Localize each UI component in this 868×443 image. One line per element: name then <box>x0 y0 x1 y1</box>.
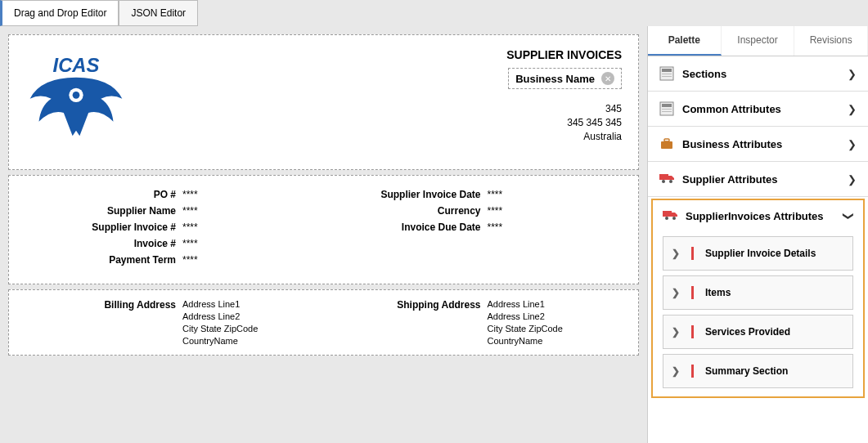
supplier-invoices-highlight: SupplierInvoices Attributes ❯ ❯ Supplier… <box>651 199 865 398</box>
svg-rect-4 <box>662 69 672 72</box>
chevron-right-icon: ❯ <box>672 326 680 338</box>
group-common-attributes[interactable]: Common Attributes ❯ <box>648 92 868 127</box>
tab-palette[interactable]: Palette <box>648 26 722 56</box>
truck-icon <box>659 172 674 186</box>
editor-canvas: ICAS SUPPLIER INVOICES Business Name ✕ 3… <box>0 26 647 443</box>
svg-point-14 <box>662 180 665 183</box>
chevron-right-icon: ❯ <box>672 248 680 259</box>
chevron-right-icon: ❯ <box>672 287 680 298</box>
details-section[interactable]: PO #**** Supplier Name**** Supplier Invo… <box>8 175 639 284</box>
close-icon[interactable]: ✕ <box>601 72 614 85</box>
document-title: SUPPLIER INVOICES <box>199 48 622 61</box>
field-payment-term: Payment Term**** <box>19 254 324 266</box>
field-supplier-name: Supplier Name**** <box>19 205 324 217</box>
svg-rect-12 <box>664 139 669 141</box>
billing-address-label: Billing Address <box>19 298 182 347</box>
marker-icon <box>691 365 694 378</box>
logo: ICAS <box>19 45 133 159</box>
group-supplier-attributes[interactable]: Supplier Attributes ❯ <box>648 162 868 197</box>
business-name-field[interactable]: Business Name ✕ <box>508 68 622 89</box>
tab-inspector[interactable]: Inspector <box>722 26 795 56</box>
field-invoice-num: Invoice #**** <box>19 238 324 249</box>
tab-json[interactable]: JSON Editor <box>119 0 198 26</box>
svg-text:ICAS: ICAS <box>53 54 100 76</box>
sub-items[interactable]: ❯ Items <box>663 275 853 310</box>
svg-rect-6 <box>662 76 672 77</box>
sub-summary-section[interactable]: ❯ Summary Section <box>663 354 853 388</box>
marker-icon <box>691 286 694 299</box>
svg-point-2 <box>73 92 80 99</box>
sub-services-provided[interactable]: ❯ Services Provided <box>663 315 853 349</box>
chevron-right-icon: ❯ <box>848 103 857 115</box>
svg-rect-16 <box>663 211 672 217</box>
group-sections[interactable]: Sections ❯ <box>648 56 868 92</box>
svg-rect-13 <box>659 174 668 180</box>
svg-rect-10 <box>662 111 672 112</box>
header-section[interactable]: ICAS SUPPLIER INVOICES Business Name ✕ 3… <box>8 34 639 170</box>
editor-tabs: Drag and Drop Editor JSON Editor <box>0 0 868 26</box>
svg-point-18 <box>672 217 676 220</box>
field-due-date: Invoice Due Date**** <box>324 222 629 233</box>
field-po: PO #**** <box>19 189 324 200</box>
field-sup-inv-date: Supplier Invoice Date**** <box>324 189 629 200</box>
chevron-down-icon: ❯ <box>843 212 855 221</box>
marker-icon <box>691 325 694 338</box>
chevron-right-icon: ❯ <box>848 68 857 80</box>
address-section[interactable]: Billing Address Address Line1 Address Li… <box>8 289 639 356</box>
truck-icon <box>663 208 677 223</box>
shipping-address-lines: Address Line1 Address Line2 City State Z… <box>488 298 563 347</box>
sub-supplier-invoice-details[interactable]: ❯ Supplier Invoice Details <box>663 236 853 271</box>
business-name-label: Business Name <box>515 73 595 85</box>
address-line: 345 <box>199 102 622 116</box>
svg-rect-9 <box>662 109 672 110</box>
group-business-attributes[interactable]: Business Attributes ❯ <box>648 127 868 162</box>
group-supplier-invoices[interactable]: SupplierInvoices Attributes ❯ <box>653 200 863 231</box>
right-panel: Palette Inspector Revisions Sections ❯ C… <box>647 26 868 443</box>
svg-point-17 <box>665 217 668 220</box>
sections-icon <box>659 66 674 81</box>
svg-point-15 <box>669 180 672 183</box>
sections-icon <box>659 101 674 116</box>
field-supplier-invoice-num: Supplier Invoice #**** <box>19 222 324 233</box>
briefcase-icon <box>659 136 674 151</box>
svg-rect-5 <box>662 74 672 74</box>
chevron-right-icon: ❯ <box>672 365 680 377</box>
panel-tabs: Palette Inspector Revisions <box>648 26 868 56</box>
tab-dragdrop[interactable]: Drag and Drop Editor <box>0 0 119 26</box>
chevron-right-icon: ❯ <box>848 173 857 186</box>
field-currency: Currency**** <box>324 205 629 217</box>
marker-icon <box>691 247 694 260</box>
address-line: 345 345 345 <box>199 116 622 130</box>
shipping-address-label: Shipping Address <box>324 298 488 347</box>
chevron-right-icon: ❯ <box>848 138 857 150</box>
tab-revisions[interactable]: Revisions <box>794 26 868 56</box>
svg-rect-8 <box>662 104 672 107</box>
svg-rect-11 <box>661 141 672 149</box>
address-line: Australia <box>199 130 622 144</box>
billing-address-lines: Address Line1 Address Line2 City State Z… <box>182 298 258 347</box>
